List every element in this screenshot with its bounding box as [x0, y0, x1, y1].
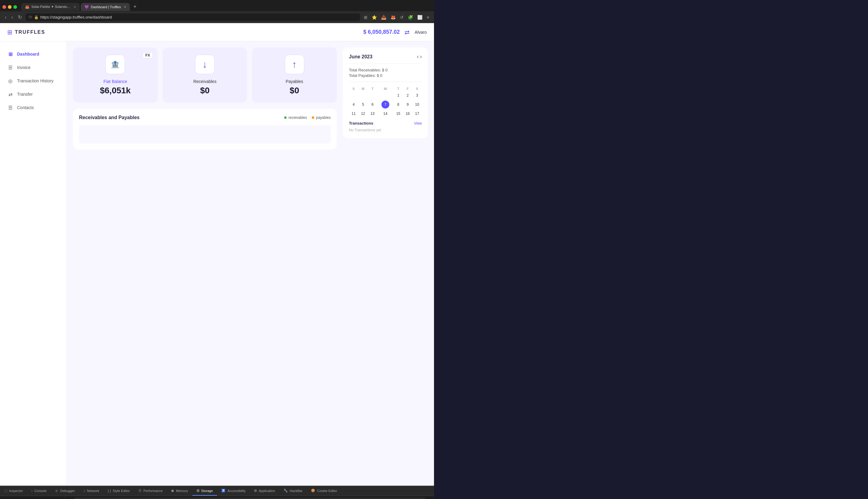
sidebar-item-dashboard[interactable]: ⊞ Dashboard — [0, 47, 66, 61]
calendar-card: June 2023 ‹ › Total Receivables: $ 0 Tot… — [343, 47, 428, 138]
cal-day-7-today[interactable]: 7 — [377, 99, 394, 110]
receivables-legend: receivables — [284, 115, 307, 120]
maximize-window-button[interactable] — [13, 5, 17, 9]
fiat-balance-icon: 🏦 — [111, 60, 120, 69]
calendar-month: June 2023 — [349, 54, 372, 60]
no-transactions-text: No Transactions yet — [349, 128, 422, 132]
cal-day-15[interactable]: 15 — [394, 110, 403, 117]
containers-icon[interactable]: ⊞ — [363, 14, 369, 20]
calendar-header: June 2023 ‹ › — [349, 53, 422, 60]
payables-dot — [312, 117, 314, 119]
back-button[interactable]: ‹ — [4, 13, 8, 21]
devtools-tab-accessibility[interactable]: ♿ Accessibility — [217, 486, 250, 496]
devtools-tab-application[interactable]: ⊞ Application — [250, 486, 279, 496]
inspector-label: Inspector — [9, 489, 23, 492]
menu-button[interactable]: ≡ — [426, 14, 430, 20]
fiat-balance-icon-wrap: 🏦 — [106, 55, 125, 74]
cal-totals: Total Receivables: $ 0 Total Payables: $… — [349, 63, 422, 82]
app-logo: ⊞ TRUFFLES — [7, 28, 45, 36]
pocket-icon[interactable]: 📥 — [380, 14, 388, 20]
devtools-tab-cookie-editor[interactable]: 🍪 Cookie Editor — [307, 486, 341, 496]
devtools-tab-memory[interactable]: ◉ Memory — [167, 486, 192, 496]
style-editor-icon: { } — [108, 489, 111, 492]
payables-value: $0 — [290, 86, 299, 95]
devtools-tab-performance[interactable]: ⏱ Performance — [134, 487, 167, 496]
cal-day-17[interactable]: 17 — [413, 110, 422, 117]
sidebar-invoice-label: Invoice — [17, 65, 30, 70]
new-tab-button[interactable]: + — [131, 2, 139, 11]
receivables-legend-label: receivables — [289, 115, 307, 120]
cal-day-10[interactable]: 10 — [413, 99, 422, 110]
cal-day-11[interactable]: 11 — [349, 110, 358, 117]
receivables-dot — [284, 117, 286, 119]
firefox-icon[interactable]: 🦊 — [389, 14, 397, 20]
storage-icon: ⊟ — [197, 489, 199, 492]
sidebar-item-transaction-history[interactable]: ◎ Transaction History — [0, 74, 66, 87]
cal-day-6[interactable]: 6 — [368, 99, 377, 110]
inspector-icon: ⬚ — [4, 489, 7, 492]
devtools-tabs: ⬚ Inspector › Console ⛭ Debugger ↕ Netwo… — [0, 486, 434, 496]
cal-day-12[interactable]: 12 — [358, 110, 368, 117]
transactions-section: Transactions View No Transactions yet — [349, 121, 422, 132]
cal-day-2[interactable]: 2 — [403, 92, 413, 99]
close-window-button[interactable] — [2, 5, 6, 9]
browser-tab-2[interactable]: 💜 Dashboard | Truffles × — [81, 3, 130, 11]
accessibility-label: Accessibility — [227, 489, 246, 492]
extensions-icon[interactable]: 🧩 — [407, 14, 414, 20]
cal-day-9[interactable]: 9 — [403, 99, 413, 110]
view-link[interactable]: View — [414, 121, 422, 125]
cal-day-4[interactable]: 4 — [349, 99, 358, 110]
cal-header-s2: S — [413, 86, 422, 92]
app-container: ⊞ TRUFFLES $ 6,050,857.02 ⇄ Alvaro ⊞ Das… — [0, 23, 434, 486]
tab1-close-button[interactable]: × — [74, 5, 76, 9]
devtools-tab-storage[interactable]: ⊟ Storage — [192, 486, 217, 496]
browser-chrome: 🦊 Solar-Fieldsr ✦ Solarstone × 💜 Dashboa… — [0, 0, 434, 23]
accessibility-icon: ♿ — [221, 489, 225, 492]
customize-icon[interactable]: ⬜ — [416, 14, 424, 20]
contacts-icon: ☰ — [7, 105, 13, 111]
calendar-prev-button[interactable]: ‹ — [417, 53, 419, 60]
console-label: Console — [34, 489, 47, 492]
devtools-tab-network[interactable]: ↕ Network — [79, 487, 103, 496]
browser-tab-1[interactable]: 🦊 Solar-Fieldsr ✦ Solarstone × — [21, 3, 80, 11]
cal-day-5[interactable]: 5 — [358, 99, 368, 110]
fx-badge: FX — [143, 52, 152, 58]
cookie-editor-label: Cookie Editor — [317, 489, 337, 492]
cal-day-empty3 — [368, 92, 377, 99]
sidebar-item-invoice[interactable]: ☰ Invoice — [0, 61, 66, 74]
performance-label: Performance — [144, 489, 162, 492]
bookmark-icon[interactable]: ⭐ — [370, 14, 378, 20]
cal-day-16[interactable]: 16 — [403, 110, 413, 117]
sidebar-item-transfer[interactable]: ⇄ Transfer — [0, 87, 66, 101]
chart-header: Receivables and Payables receivables pay… — [79, 115, 331, 120]
sync-icon[interactable]: ↺ — [399, 14, 405, 20]
debugger-label: Debugger — [60, 489, 75, 492]
console-icon: › — [31, 489, 33, 492]
devtools-body: ▶ Cache Storage ▼ Cookies 🌐 https://stag… — [0, 496, 434, 499]
calendar-nav: ‹ › — [417, 53, 422, 60]
sidebar-contacts-label: Contacts — [17, 105, 34, 110]
minimize-window-button[interactable] — [8, 5, 12, 9]
cal-day-13[interactable]: 13 — [368, 110, 377, 117]
app-header: ⊞ TRUFFLES $ 6,050,857.02 ⇄ Alvaro — [0, 23, 434, 41]
devtools-tab-hackbar[interactable]: 🔧 HackBar — [279, 486, 307, 496]
calendar-next-button[interactable]: › — [420, 53, 422, 60]
forward-button[interactable]: › — [10, 13, 14, 21]
devtools-tab-inspector[interactable]: ⬚ Inspector — [0, 486, 27, 496]
tab2-close-button[interactable]: × — [124, 5, 126, 9]
memory-label: Memory — [176, 489, 188, 492]
refresh-button[interactable]: ↻ — [17, 13, 23, 21]
filter-input[interactable] — [74, 498, 425, 499]
devtools-tab-debugger[interactable]: ⛭ Debugger — [51, 487, 79, 496]
transfer-icon-button[interactable]: ⇄ — [404, 28, 410, 36]
cal-day-3[interactable]: 3 — [413, 92, 422, 99]
url-text: https://stagingapp.truffles.one/dashboar… — [40, 15, 357, 20]
address-bar[interactable]: 🛡 🔒 https://stagingapp.truffles.one/dash… — [25, 13, 360, 21]
cal-day-14[interactable]: 14 — [377, 110, 394, 117]
devtools-tab-style-editor[interactable]: { } Style Editor — [103, 487, 134, 496]
devtools-tab-console[interactable]: › Console — [27, 487, 51, 496]
cal-day-1[interactable]: 1 — [394, 92, 403, 99]
cal-header-s1: S — [349, 86, 358, 92]
cal-day-8[interactable]: 8 — [394, 99, 403, 110]
sidebar-item-contacts[interactable]: ☰ Contacts — [0, 101, 66, 114]
